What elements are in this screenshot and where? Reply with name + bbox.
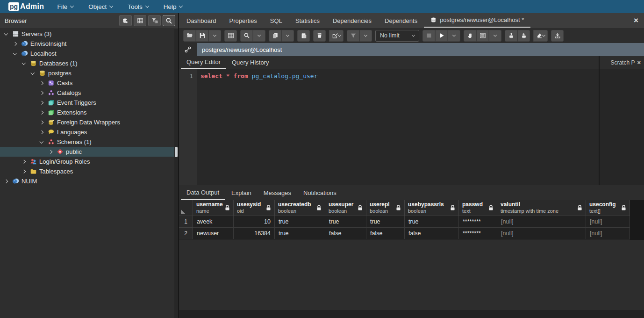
connection-status-cell[interactable] xyxy=(179,43,197,56)
menu-file[interactable]: File xyxy=(57,3,73,10)
tab-dashboard[interactable]: Dashboard xyxy=(180,13,223,28)
tree-item-nuim[interactable]: NUIM xyxy=(0,176,174,186)
execute-button[interactable] xyxy=(435,30,448,42)
menu-tools[interactable]: Tools xyxy=(128,3,149,10)
tree-item-databases[interactable]: Databases (1) xyxy=(0,58,174,68)
view-data-button[interactable] xyxy=(134,15,146,26)
copy-button[interactable] xyxy=(269,30,281,42)
tab-data-output[interactable]: Data Output xyxy=(181,185,225,200)
row-number-cell[interactable]: 1 xyxy=(179,216,193,228)
cell-valuntil[interactable]: [null] xyxy=(497,216,586,228)
download-button[interactable] xyxy=(551,30,564,42)
cell-useconfig[interactable]: [null] xyxy=(586,228,630,239)
chevron-down-icon[interactable] xyxy=(21,62,26,65)
tree-item-servers[interactable]: Servers (3) xyxy=(0,29,174,39)
cell-passwd[interactable]: ******** xyxy=(459,228,497,239)
tab-notifications[interactable]: Notifications xyxy=(298,185,342,200)
chevron-right-icon[interactable] xyxy=(39,131,44,134)
filtered-rows-button[interactable] xyxy=(148,15,161,26)
cell-username[interactable]: newuser xyxy=(193,228,234,239)
row-number-cell[interactable]: 2 xyxy=(179,228,193,239)
tab-properties[interactable]: Properties xyxy=(223,13,264,28)
menu-object[interactable]: Object xyxy=(88,3,113,10)
column-header-usesysid[interactable]: usesysidoid xyxy=(234,200,275,216)
chevron-down-icon[interactable] xyxy=(39,141,44,144)
column-header-usecreatedb[interactable]: usecreatedbboolean xyxy=(275,200,325,216)
cell-usesuper[interactable]: true xyxy=(325,216,366,228)
menu-help[interactable]: Help xyxy=(164,3,183,10)
table-button[interactable] xyxy=(224,30,237,42)
tree-item-login-group-roles[interactable]: Login/Group Roles xyxy=(0,157,174,166)
column-header-usebypassrls[interactable]: usebypassrlsboolean xyxy=(405,200,459,216)
open-file-button[interactable] xyxy=(183,30,196,42)
explain-button[interactable] xyxy=(464,30,476,42)
chevron-right-icon[interactable] xyxy=(13,43,17,45)
scratch-pad-body[interactable] xyxy=(600,69,644,185)
cell-passwd[interactable]: ******** xyxy=(459,216,497,228)
cell-usesuper[interactable]: false xyxy=(325,228,366,239)
tab-messages[interactable]: Messages xyxy=(258,185,297,200)
tab-query-tool-active[interactable]: postgres/newuser@Localhost * xyxy=(424,13,530,28)
cell-valuntil[interactable]: [null] xyxy=(497,228,586,239)
chevron-right-icon[interactable] xyxy=(39,121,44,124)
query-tool-button[interactable] xyxy=(119,15,132,26)
delete-button[interactable] xyxy=(313,30,326,42)
chevron-down-icon[interactable] xyxy=(4,33,8,36)
tree-item-envisoinsight[interactable]: EnvisoInsight xyxy=(0,39,174,49)
save-button[interactable] xyxy=(196,30,208,42)
cell-usesysid[interactable]: 16384 xyxy=(234,228,275,239)
tree-scrollbar[interactable] xyxy=(174,29,178,318)
chevron-down-icon[interactable] xyxy=(13,52,17,55)
copy-options-button[interactable] xyxy=(281,30,294,42)
cell-usecreatedb[interactable]: true xyxy=(275,216,325,228)
tree-item-localhost[interactable]: Localhost xyxy=(0,49,174,58)
rollback-button[interactable] xyxy=(517,30,530,42)
save-options-button[interactable] xyxy=(208,30,221,42)
tree-item-tablespaces[interactable]: Tablespaces xyxy=(0,166,174,176)
cell-usebypassrls[interactable]: true xyxy=(405,216,459,228)
cell-usesysid[interactable]: 10 xyxy=(234,216,275,228)
cell-useconfig[interactable]: [null] xyxy=(586,216,630,228)
cell-userepl[interactable]: true xyxy=(366,216,405,228)
column-header-useconfig[interactable]: useconfigtext[] xyxy=(586,200,630,216)
tab-dependents[interactable]: Dependents xyxy=(378,13,424,28)
column-header-userepl[interactable]: usereplboolean xyxy=(366,200,405,216)
cell-userepl[interactable]: false xyxy=(366,228,405,239)
close-tab-button[interactable]: × xyxy=(628,13,644,28)
column-header-usesuper[interactable]: usesuperboolean xyxy=(325,200,366,216)
stop-button[interactable] xyxy=(422,30,435,42)
tab-explain[interactable]: Explain xyxy=(226,185,257,200)
sort-filter-button[interactable] xyxy=(347,30,359,42)
search-objects-button[interactable] xyxy=(163,15,175,26)
tab-query-history[interactable]: Query History xyxy=(226,56,274,69)
chevron-right-icon[interactable] xyxy=(39,92,44,94)
tree-item-postgres[interactable]: postgres xyxy=(0,68,174,78)
sql-code-line[interactable]: select * from pg_catalog.pg_user xyxy=(197,69,317,185)
commit-button[interactable] xyxy=(505,30,517,42)
chevron-right-icon[interactable] xyxy=(21,160,26,163)
execute-options-button[interactable] xyxy=(448,30,460,42)
tab-dependencies[interactable]: Dependencies xyxy=(326,13,378,28)
tab-query-editor[interactable]: Query Editor xyxy=(181,56,226,69)
tab-statistics[interactable]: Statistics xyxy=(289,13,326,28)
find-options-button[interactable] xyxy=(253,30,265,42)
explain-options-button[interactable] xyxy=(489,30,501,42)
select-all-corner-cell[interactable] xyxy=(179,200,193,216)
tree-item-catalogs[interactable]: Catalogs xyxy=(0,88,174,98)
tree-item-foreign-data-wrappers[interactable]: Foreign Data Wrappers xyxy=(0,117,174,127)
chevron-right-icon[interactable] xyxy=(39,101,44,104)
find-button[interactable] xyxy=(240,30,253,42)
chevron-right-icon[interactable] xyxy=(4,180,8,183)
tree-item-languages[interactable]: Languages xyxy=(0,127,174,137)
connection-label[interactable]: postgres/newuser@Localhost xyxy=(197,43,644,56)
tree-item-public-schema[interactable]: public xyxy=(0,147,174,157)
edit-button[interactable] xyxy=(329,30,343,42)
tree-item-schemas[interactable]: Schemas (1) xyxy=(0,137,174,147)
chevron-right-icon[interactable] xyxy=(48,151,53,153)
chevron-right-icon[interactable] xyxy=(39,82,44,85)
sql-editor[interactable]: 1 select * from pg_catalog.pg_user xyxy=(179,69,599,185)
tree-item-event-triggers[interactable]: Event Triggers xyxy=(0,98,174,108)
tree-item-casts[interactable]: Casts xyxy=(0,78,174,88)
tab-sql[interactable]: SQL xyxy=(264,13,289,28)
sort-filter-options-button[interactable] xyxy=(359,30,372,42)
